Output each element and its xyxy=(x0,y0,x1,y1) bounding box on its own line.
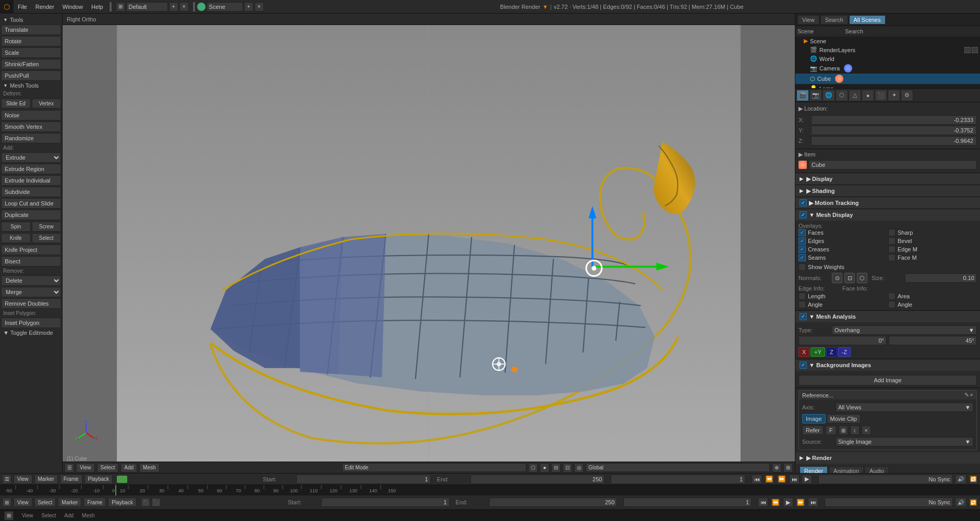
background-images-header[interactable]: ✓ ▼ Background Images xyxy=(795,359,980,371)
mesh-tools-header[interactable]: ▼Mesh Tools xyxy=(1,81,61,90)
viewport-menu-icon[interactable]: ☰ xyxy=(65,463,74,472)
timeline-next-frame-btn[interactable]: ⏩ xyxy=(777,475,787,484)
add-image-button[interactable]: Add Image xyxy=(798,375,977,385)
mesh-display-header[interactable]: ✓ ▼ Mesh Display xyxy=(795,209,980,221)
shading-section-header[interactable]: ▶▶ Shading xyxy=(795,185,980,197)
snap-icon[interactable]: ⊕ xyxy=(772,463,781,472)
loop-icon2[interactable]: 🔁 xyxy=(969,498,978,507)
display-section-header[interactable]: ▶▶ Display xyxy=(795,173,980,185)
neg-z-axis-btn[interactable]: -Z xyxy=(838,347,851,357)
menu-help[interactable]: Help xyxy=(87,0,107,13)
extrude-select[interactable]: Extrude xyxy=(1,152,61,163)
start-value2[interactable]: 1 xyxy=(321,498,450,507)
scene-item[interactable]: ▶ Scene xyxy=(795,37,980,45)
play-next-key-btn[interactable]: ⏭ xyxy=(808,498,818,507)
randomize-button[interactable]: Randomize xyxy=(1,133,61,143)
z-axis-btn[interactable]: Z xyxy=(826,347,837,357)
movie-clip-tab-button[interactable]: Movie Clip xyxy=(827,414,861,423)
frame-value2[interactable]: 1 xyxy=(623,498,752,507)
length-checkbox[interactable] xyxy=(798,293,806,300)
menu-file[interactable]: File xyxy=(14,0,31,13)
loop-icon[interactable]: 🔁 xyxy=(969,475,978,484)
face-select-icon[interactable]: ⊡ xyxy=(563,463,572,472)
shrink-fatten-button[interactable]: Shrink/Fatten xyxy=(1,59,61,69)
analysis-type-dropdown[interactable]: Overhang ▼ xyxy=(832,325,977,335)
edge-select-icon[interactable]: ⊟ xyxy=(551,463,561,472)
rotate-button[interactable]: Rotate xyxy=(1,36,61,46)
extrude-region-button[interactable]: Extrude Region xyxy=(1,164,61,174)
loop-cut-button[interactable]: Loop Cut and Slide xyxy=(1,198,61,209)
deg-45-field[interactable]: 45° xyxy=(889,336,977,345)
mesh-display-checkbox[interactable]: ✓ xyxy=(800,211,807,219)
translate-button[interactable]: Translate xyxy=(1,25,61,35)
tab-all-scenes[interactable]: All Scenes xyxy=(849,15,886,25)
image-tab-button[interactable]: Image xyxy=(802,414,826,423)
y-axis-btn[interactable]: +Y xyxy=(810,347,825,357)
end-value2[interactable]: 250 xyxy=(489,498,618,507)
select-button[interactable]: Select xyxy=(32,233,62,243)
screw-button[interactable]: Screw xyxy=(32,222,62,232)
world-props-icon[interactable]: 🌐 xyxy=(822,90,835,101)
timeline-view-btn[interactable]: View xyxy=(14,475,32,484)
lamp-item[interactable]: 💡Lamp xyxy=(795,84,980,89)
push-pull-button[interactable]: Push/Pull xyxy=(1,70,61,81)
record-icon[interactable] xyxy=(117,476,127,483)
timeline-prev-frame-btn[interactable]: ⏪ xyxy=(764,475,775,484)
status-view[interactable]: View xyxy=(22,513,33,518)
knife-button[interactable]: Knife xyxy=(1,233,31,243)
mesh-menu-button[interactable]: Mesh xyxy=(139,463,159,472)
record-video-icon[interactable]: ⬛ xyxy=(151,498,161,507)
scene-add-icon[interactable]: + xyxy=(244,2,253,11)
timeline-expand-icon[interactable]: ⊞ xyxy=(2,498,11,507)
bisect-button[interactable]: Bisect xyxy=(1,256,61,266)
vertex-button[interactable]: Vertex xyxy=(32,99,62,108)
mesh-analysis-header[interactable]: ✓ ▼ Mesh Analysis xyxy=(795,311,980,322)
bg-images-checkbox[interactable]: ✓ xyxy=(800,361,807,369)
proportional-edit-icon[interactable]: ◎ xyxy=(574,463,584,472)
timeline-marker-btn[interactable]: Marker xyxy=(34,475,58,484)
delete-select[interactable]: Delete xyxy=(1,275,61,286)
camera-props-icon[interactable]: 📷 xyxy=(809,90,822,101)
motion-tracking-header[interactable]: ✓ ▶ Motion Tracking xyxy=(795,197,980,209)
audio-icon2[interactable]: 🔊 xyxy=(955,498,966,507)
timeline-end-value[interactable]: 250 xyxy=(470,475,605,484)
record-audio-icon[interactable]: ⚫ xyxy=(141,498,150,507)
timeline-frame-value[interactable]: 1 xyxy=(611,475,745,484)
timeline-frame-btn[interactable]: Frame xyxy=(60,475,82,484)
add-menu-button[interactable]: Add xyxy=(120,463,137,472)
knife-project-button[interactable]: Knife Project xyxy=(1,245,61,255)
timeline-marker-btn2[interactable]: Marker xyxy=(58,498,81,507)
mesh-analysis-checkbox[interactable]: ✓ xyxy=(800,313,807,320)
face-normal-icon[interactable]: ⊡ xyxy=(844,273,855,283)
item-name-field[interactable]: Cube xyxy=(809,160,977,169)
ref-icon2[interactable]: ↕ xyxy=(850,426,860,435)
creases-checkbox[interactable]: ✓ xyxy=(798,246,806,253)
menu-window[interactable]: Window xyxy=(58,0,87,13)
spin-button[interactable]: Spin xyxy=(1,222,31,232)
layout-remove-icon[interactable]: × xyxy=(179,2,189,11)
timeline-prev-key-btn[interactable]: ⏮ xyxy=(752,475,762,484)
object-props-icon[interactable]: ⬡ xyxy=(836,90,848,101)
refer-button[interactable]: Refer xyxy=(802,426,824,435)
tab-search[interactable]: Search xyxy=(820,15,848,25)
axis-dropdown[interactable]: All Views ▼ xyxy=(836,403,973,412)
mirror-icon[interactable]: ⊞ xyxy=(783,463,793,472)
timeline-start-value[interactable]: 1 xyxy=(296,475,431,484)
play-next-btn[interactable]: ⏩ xyxy=(795,498,806,507)
select-menu-button[interactable]: Select xyxy=(97,463,119,472)
audio-icon[interactable]: 🔊 xyxy=(955,475,966,484)
seams-checkbox[interactable]: ✓ xyxy=(798,254,806,261)
cube-item[interactable]: ⬡Cube xyxy=(795,74,980,84)
play-prev-key-btn[interactable]: ⏮ xyxy=(758,498,768,507)
timeline-next-key-btn[interactable]: ⏭ xyxy=(789,475,800,484)
loop-normal-icon[interactable]: ⬡ xyxy=(857,273,867,283)
normals-size-value[interactable]: 0.10 xyxy=(905,273,977,283)
subdivide-button[interactable]: Subdivide xyxy=(1,187,61,197)
angle-checkbox[interactable] xyxy=(798,301,806,308)
bevel-checkbox[interactable] xyxy=(888,237,896,245)
status-mesh[interactable]: Mesh xyxy=(82,513,94,518)
edges-checkbox[interactable]: ✓ xyxy=(798,237,806,245)
show-weights-checkbox[interactable] xyxy=(798,263,806,271)
physics-props-icon[interactable]: ⚙ xyxy=(901,90,913,101)
z-value[interactable]: -0.9642 xyxy=(811,136,977,146)
